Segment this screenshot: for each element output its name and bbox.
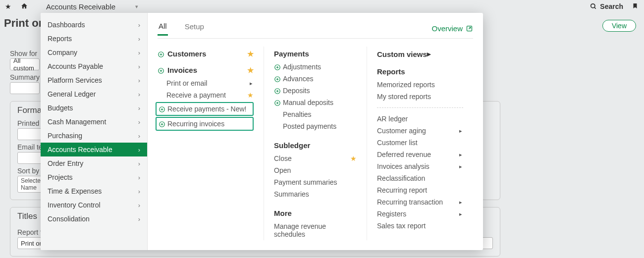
sidebar-item[interactable]: Reports› — [41, 32, 147, 46]
chevron-right-icon: › — [138, 104, 140, 112]
sidebar-item-label: Company — [48, 49, 77, 56]
sidebar-item[interactable]: General Ledger› — [41, 87, 147, 101]
chevron-right-icon: › — [138, 188, 140, 195]
plus-icon[interactable] — [159, 105, 165, 113]
star-icon[interactable]: ★ — [247, 66, 254, 75]
link-registers[interactable]: Registers▸ — [377, 208, 463, 220]
link-customer-aging[interactable]: Customer aging▸ — [377, 125, 463, 137]
sidebar-item[interactable]: Dashboards› — [41, 18, 147, 32]
sidebar-item[interactable]: Budgets› — [41, 101, 147, 115]
link-manual-deposits[interactable]: Manual deposits — [274, 97, 357, 108]
sidebar-item-label: Cash Management — [48, 118, 106, 126]
plus-icon[interactable] — [158, 50, 164, 58]
sidebar-item-label: Accounts Receivable — [48, 146, 112, 154]
bookmark-icon[interactable] — [632, 2, 638, 11]
sidebar-item[interactable]: Inventory Control› — [41, 198, 147, 212]
plus-icon[interactable] — [274, 87, 281, 95]
sidebar-item-label: Order Entry — [48, 159, 83, 167]
custom-views-heading[interactable]: Custom views▸ — [377, 50, 463, 58]
sidebar-item-label: Reports — [48, 35, 72, 43]
sidebar-item-label: Projects — [48, 173, 73, 181]
sidebar-item[interactable]: Accounts Receivable› — [41, 143, 147, 156]
star-icon[interactable]: ★ — [247, 91, 254, 99]
search-label: Search — [600, 2, 623, 10]
overview-link[interactable]: Overview — [431, 24, 473, 33]
chevron-right-icon: ▸ — [459, 128, 462, 134]
chevron-right-icon: › — [138, 174, 140, 181]
link-print-or-email[interactable]: Print or email ▸ — [158, 77, 254, 89]
link-recurring-report[interactable]: Recurring report — [377, 184, 463, 196]
link-receive-payments-new[interactable]: Receive payments - New! — [159, 103, 251, 115]
menu-col-2: Payments Adjustments Advances Deposits M… — [264, 47, 367, 240]
reports-heading: Reports — [377, 67, 463, 76]
sidebar-item-label: Consolidation — [48, 215, 90, 223]
link-posted-payments[interactable]: Posted payments — [274, 120, 357, 132]
sidebar-item[interactable]: Platform Services› — [41, 73, 147, 87]
mega-menu: Dashboards›Reports›Company›Accounts Paya… — [41, 13, 483, 250]
tab-setup[interactable]: Setup — [184, 22, 205, 35]
link-ar-ledger[interactable]: AR ledger — [377, 113, 463, 125]
link-sales-tax-report[interactable]: Sales tax report — [377, 220, 463, 232]
svg-line-1 — [594, 7, 596, 9]
view-button[interactable]: View — [602, 20, 636, 32]
link-invoices-analysis[interactable]: Invoices analysis▸ — [377, 160, 463, 172]
chevron-right-icon: › — [138, 35, 140, 43]
chevron-right-icon: › — [138, 77, 140, 84]
plus-icon[interactable] — [274, 99, 281, 106]
sidebar-item[interactable]: Cash Management› — [41, 115, 147, 129]
plus-icon[interactable] — [274, 75, 281, 83]
subledger-heading: Subledger — [274, 141, 357, 150]
sidebar-item-label: Platform Services — [48, 76, 102, 84]
customers-heading[interactable]: Customers ★ — [158, 50, 254, 58]
plus-icon[interactable] — [159, 120, 165, 128]
sidebar-item-label: General Ledger — [48, 90, 96, 98]
sidebar-item[interactable]: Projects› — [41, 170, 147, 184]
summary-field[interactable] — [10, 82, 40, 94]
link-customer-list[interactable]: Customer list — [377, 137, 463, 149]
link-reclassification[interactable]: Reclassification — [377, 172, 463, 184]
sidebar-item[interactable]: Consolidation› — [41, 212, 147, 226]
link-my-stored-reports[interactable]: My stored reports — [377, 91, 463, 103]
link-recurring-invoices[interactable]: Recurring invoices — [159, 118, 251, 130]
chevron-right-icon: ▸ — [459, 163, 462, 170]
link-advances[interactable]: Advances — [274, 73, 357, 85]
link-close[interactable]: Close★ — [274, 153, 357, 164]
link-penalties[interactable]: Penalties — [274, 108, 357, 120]
search-button[interactable]: Search — [590, 2, 623, 10]
sidebar-item[interactable]: Time & Expenses› — [41, 184, 147, 198]
link-deferred-revenue[interactable]: Deferred revenue▸ — [377, 149, 463, 160]
module-dropdown[interactable]: Accounts Receivable ▾ — [46, 2, 138, 11]
plus-icon[interactable] — [274, 63, 281, 71]
menu-col-3: Custom views▸ Reports Memorized reports … — [367, 47, 473, 240]
sidebar-item[interactable]: Accounts Payable› — [41, 59, 147, 73]
link-manage-revenue-schedules[interactable]: Manage revenue schedules — [274, 220, 357, 240]
module-sidebar: Dashboards›Reports›Company›Accounts Paya… — [41, 13, 148, 250]
link-deposits[interactable]: Deposits — [274, 85, 357, 97]
home-icon[interactable] — [20, 2, 28, 11]
sidebar-item-label: Inventory Control — [48, 201, 101, 209]
link-payment-summaries[interactable]: Payment summaries — [274, 176, 357, 188]
svg-point-0 — [591, 4, 595, 8]
sidebar-item[interactable]: Company› — [41, 46, 147, 59]
link-open[interactable]: Open — [274, 164, 357, 176]
link-receive-a-payment[interactable]: Receive a payment ★ — [158, 89, 254, 101]
chevron-down-icon: ▾ — [135, 3, 138, 10]
star-icon[interactable]: ★ — [247, 50, 254, 58]
chevron-right-icon: › — [138, 146, 140, 154]
show-for-field[interactable]: All custom — [10, 58, 40, 70]
link-recurring-transaction[interactable]: Recurring transaction▸ — [377, 196, 463, 208]
plus-icon[interactable] — [158, 66, 164, 74]
chevron-right-icon: ▸ — [459, 152, 462, 158]
sidebar-item[interactable]: Purchasing› — [41, 129, 147, 143]
tab-all[interactable]: All — [158, 22, 168, 36]
link-adjustments[interactable]: Adjustments — [274, 61, 357, 73]
module-label: Accounts Receivable — [46, 2, 115, 11]
sidebar-item[interactable]: Order Entry› — [41, 156, 147, 170]
star-icon[interactable]: ★ — [5, 2, 11, 10]
sidebar-item-label: Purchasing — [48, 132, 82, 140]
invoices-heading[interactable]: Invoices ★ — [158, 66, 254, 74]
menu-tabs: All Setup Overview — [158, 19, 473, 39]
star-icon[interactable]: ★ — [350, 155, 357, 162]
link-memorized-reports[interactable]: Memorized reports — [377, 79, 463, 91]
link-summaries[interactable]: Summaries — [274, 188, 357, 200]
